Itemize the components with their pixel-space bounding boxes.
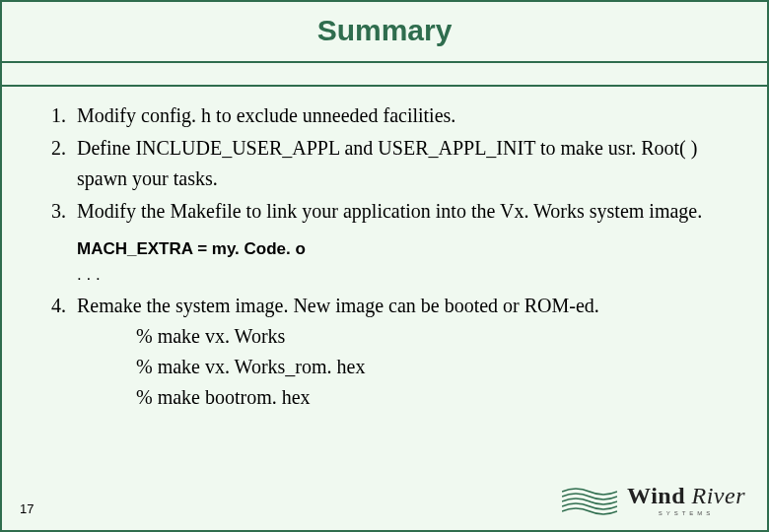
- logo-text: Wind River: [627, 484, 745, 507]
- summary-list: Modify config. h to exclude unneeded fac…: [32, 100, 737, 413]
- content-area: Modify config. h to exclude unneeded fac…: [2, 87, 767, 413]
- list-item: Modify config. h to exclude unneeded fac…: [71, 100, 737, 131]
- title-divider: [2, 63, 767, 87]
- command-line: % make vx. Works: [136, 321, 737, 352]
- list-item: Define INCLUDE_USER_APPL and USER_APPL_I…: [71, 133, 737, 194]
- ellipsis: . . .: [77, 262, 737, 288]
- list-text: Remake the system image. New image can b…: [77, 295, 599, 316]
- list-text: Modify the Makefile to link your applica…: [77, 200, 702, 222]
- list-text: Modify config. h to exclude unneeded fac…: [77, 104, 455, 126]
- list-text: Define INCLUDE_USER_APPL and USER_APPL_I…: [77, 137, 697, 189]
- list-item: Remake the system image. New image can b…: [71, 291, 737, 413]
- logo-subtext: SYSTEMS: [627, 510, 745, 516]
- page-number: 17: [20, 501, 34, 516]
- slide: Summary Modify config. h to exclude unne…: [0, 0, 769, 532]
- logo-text-block: Wind River SYSTEMS: [627, 484, 745, 516]
- command-line: % make bootrom. hex: [136, 382, 737, 413]
- code-line: MACH_EXTRA = my. Code. o: [77, 236, 737, 262]
- wave-icon: [562, 486, 617, 515]
- slide-title: Summary: [2, 14, 767, 47]
- title-bar: Summary: [2, 2, 767, 63]
- list-item: Modify the Makefile to link your applica…: [71, 196, 737, 289]
- brand-logo: Wind River SYSTEMS: [562, 484, 745, 516]
- command-line: % make vx. Works_rom. hex: [136, 352, 737, 382]
